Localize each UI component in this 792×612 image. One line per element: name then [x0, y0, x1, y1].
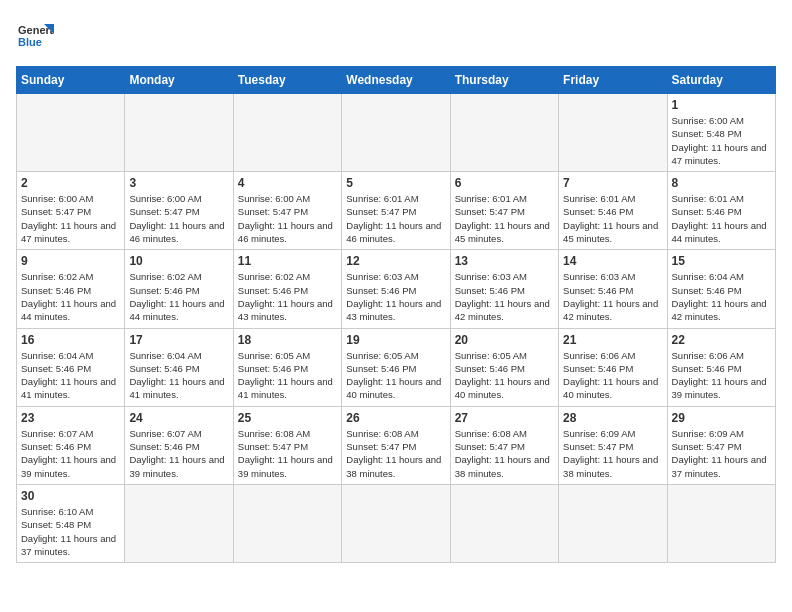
day-info: Sunrise: 6:06 AMSunset: 5:46 PMDaylight:…	[563, 349, 662, 402]
day-info: Sunrise: 6:05 AMSunset: 5:46 PMDaylight:…	[238, 349, 337, 402]
calendar-day: 15Sunrise: 6:04 AMSunset: 5:46 PMDayligh…	[667, 250, 775, 328]
calendar-day: 27Sunrise: 6:08 AMSunset: 5:47 PMDayligh…	[450, 406, 558, 484]
weekday-header-thursday: Thursday	[450, 67, 558, 94]
day-number: 1	[672, 98, 771, 112]
calendar-day: 13Sunrise: 6:03 AMSunset: 5:46 PMDayligh…	[450, 250, 558, 328]
calendar-day: 23Sunrise: 6:07 AMSunset: 5:46 PMDayligh…	[17, 406, 125, 484]
weekday-header-sunday: Sunday	[17, 67, 125, 94]
day-number: 5	[346, 176, 445, 190]
day-info: Sunrise: 6:06 AMSunset: 5:46 PMDaylight:…	[672, 349, 771, 402]
day-info: Sunrise: 6:03 AMSunset: 5:46 PMDaylight:…	[455, 270, 554, 323]
calendar-day: 2Sunrise: 6:00 AMSunset: 5:47 PMDaylight…	[17, 172, 125, 250]
calendar-day: 16Sunrise: 6:04 AMSunset: 5:46 PMDayligh…	[17, 328, 125, 406]
calendar-day	[450, 94, 558, 172]
svg-text:Blue: Blue	[18, 36, 42, 48]
day-info: Sunrise: 6:09 AMSunset: 5:47 PMDaylight:…	[672, 427, 771, 480]
day-info: Sunrise: 6:04 AMSunset: 5:46 PMDaylight:…	[672, 270, 771, 323]
weekday-header-saturday: Saturday	[667, 67, 775, 94]
day-number: 11	[238, 254, 337, 268]
day-info: Sunrise: 6:03 AMSunset: 5:46 PMDaylight:…	[563, 270, 662, 323]
weekday-header-monday: Monday	[125, 67, 233, 94]
day-number: 6	[455, 176, 554, 190]
day-info: Sunrise: 6:05 AMSunset: 5:46 PMDaylight:…	[455, 349, 554, 402]
calendar-day: 10Sunrise: 6:02 AMSunset: 5:46 PMDayligh…	[125, 250, 233, 328]
calendar-day: 11Sunrise: 6:02 AMSunset: 5:46 PMDayligh…	[233, 250, 341, 328]
calendar-day: 19Sunrise: 6:05 AMSunset: 5:46 PMDayligh…	[342, 328, 450, 406]
calendar-day	[342, 484, 450, 562]
day-number: 26	[346, 411, 445, 425]
day-number: 20	[455, 333, 554, 347]
calendar-day	[342, 94, 450, 172]
calendar-day: 20Sunrise: 6:05 AMSunset: 5:46 PMDayligh…	[450, 328, 558, 406]
day-number: 23	[21, 411, 120, 425]
day-info: Sunrise: 6:04 AMSunset: 5:46 PMDaylight:…	[129, 349, 228, 402]
day-number: 28	[563, 411, 662, 425]
weekday-header-tuesday: Tuesday	[233, 67, 341, 94]
day-number: 14	[563, 254, 662, 268]
day-number: 24	[129, 411, 228, 425]
calendar: SundayMondayTuesdayWednesdayThursdayFrid…	[16, 66, 776, 563]
logo-icon: General Blue	[16, 16, 54, 54]
calendar-day	[233, 94, 341, 172]
day-info: Sunrise: 6:01 AMSunset: 5:47 PMDaylight:…	[455, 192, 554, 245]
day-info: Sunrise: 6:04 AMSunset: 5:46 PMDaylight:…	[21, 349, 120, 402]
day-number: 15	[672, 254, 771, 268]
day-info: Sunrise: 6:08 AMSunset: 5:47 PMDaylight:…	[346, 427, 445, 480]
day-number: 27	[455, 411, 554, 425]
calendar-day	[17, 94, 125, 172]
day-info: Sunrise: 6:02 AMSunset: 5:46 PMDaylight:…	[129, 270, 228, 323]
day-number: 21	[563, 333, 662, 347]
day-number: 16	[21, 333, 120, 347]
day-number: 8	[672, 176, 771, 190]
calendar-day	[559, 94, 667, 172]
calendar-day: 7Sunrise: 6:01 AMSunset: 5:46 PMDaylight…	[559, 172, 667, 250]
day-info: Sunrise: 6:05 AMSunset: 5:46 PMDaylight:…	[346, 349, 445, 402]
day-number: 29	[672, 411, 771, 425]
calendar-day: 17Sunrise: 6:04 AMSunset: 5:46 PMDayligh…	[125, 328, 233, 406]
day-number: 2	[21, 176, 120, 190]
day-info: Sunrise: 6:02 AMSunset: 5:46 PMDaylight:…	[21, 270, 120, 323]
day-number: 30	[21, 489, 120, 503]
day-info: Sunrise: 6:08 AMSunset: 5:47 PMDaylight:…	[238, 427, 337, 480]
calendar-day: 24Sunrise: 6:07 AMSunset: 5:46 PMDayligh…	[125, 406, 233, 484]
calendar-day: 22Sunrise: 6:06 AMSunset: 5:46 PMDayligh…	[667, 328, 775, 406]
calendar-day: 29Sunrise: 6:09 AMSunset: 5:47 PMDayligh…	[667, 406, 775, 484]
day-info: Sunrise: 6:01 AMSunset: 5:46 PMDaylight:…	[563, 192, 662, 245]
day-info: Sunrise: 6:00 AMSunset: 5:47 PMDaylight:…	[129, 192, 228, 245]
calendar-day	[125, 94, 233, 172]
day-info: Sunrise: 6:08 AMSunset: 5:47 PMDaylight:…	[455, 427, 554, 480]
day-number: 3	[129, 176, 228, 190]
calendar-day: 25Sunrise: 6:08 AMSunset: 5:47 PMDayligh…	[233, 406, 341, 484]
page-header: General Blue	[16, 16, 776, 54]
calendar-week-row: 30Sunrise: 6:10 AMSunset: 5:48 PMDayligh…	[17, 484, 776, 562]
weekday-header-row: SundayMondayTuesdayWednesdayThursdayFrid…	[17, 67, 776, 94]
calendar-day	[667, 484, 775, 562]
calendar-day	[559, 484, 667, 562]
calendar-day: 30Sunrise: 6:10 AMSunset: 5:48 PMDayligh…	[17, 484, 125, 562]
calendar-day: 12Sunrise: 6:03 AMSunset: 5:46 PMDayligh…	[342, 250, 450, 328]
day-number: 25	[238, 411, 337, 425]
day-number: 17	[129, 333, 228, 347]
calendar-week-row: 1Sunrise: 6:00 AMSunset: 5:48 PMDaylight…	[17, 94, 776, 172]
day-number: 18	[238, 333, 337, 347]
calendar-day	[125, 484, 233, 562]
day-number: 12	[346, 254, 445, 268]
day-info: Sunrise: 6:10 AMSunset: 5:48 PMDaylight:…	[21, 505, 120, 558]
calendar-day: 5Sunrise: 6:01 AMSunset: 5:47 PMDaylight…	[342, 172, 450, 250]
calendar-week-row: 23Sunrise: 6:07 AMSunset: 5:46 PMDayligh…	[17, 406, 776, 484]
day-info: Sunrise: 6:02 AMSunset: 5:46 PMDaylight:…	[238, 270, 337, 323]
calendar-day	[233, 484, 341, 562]
day-info: Sunrise: 6:00 AMSunset: 5:47 PMDaylight:…	[21, 192, 120, 245]
day-info: Sunrise: 6:07 AMSunset: 5:46 PMDaylight:…	[129, 427, 228, 480]
day-number: 13	[455, 254, 554, 268]
calendar-day: 4Sunrise: 6:00 AMSunset: 5:47 PMDaylight…	[233, 172, 341, 250]
logo: General Blue	[16, 16, 54, 54]
calendar-day: 18Sunrise: 6:05 AMSunset: 5:46 PMDayligh…	[233, 328, 341, 406]
day-number: 4	[238, 176, 337, 190]
calendar-day: 6Sunrise: 6:01 AMSunset: 5:47 PMDaylight…	[450, 172, 558, 250]
day-info: Sunrise: 6:01 AMSunset: 5:47 PMDaylight:…	[346, 192, 445, 245]
calendar-day: 28Sunrise: 6:09 AMSunset: 5:47 PMDayligh…	[559, 406, 667, 484]
day-info: Sunrise: 6:01 AMSunset: 5:46 PMDaylight:…	[672, 192, 771, 245]
day-number: 19	[346, 333, 445, 347]
calendar-day: 21Sunrise: 6:06 AMSunset: 5:46 PMDayligh…	[559, 328, 667, 406]
